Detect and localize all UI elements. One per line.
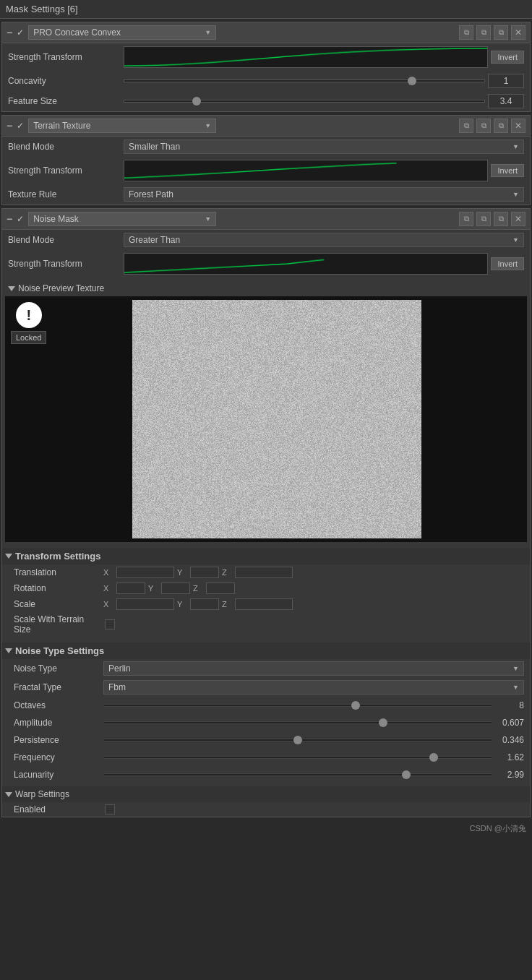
- noise-mask-strength-canvas[interactable]: [124, 253, 488, 275]
- transform-settings-triangle: [5, 554, 12, 559]
- translation-row: Translation X -1.185287 Y 0 Z -1.185287: [2, 564, 530, 580]
- pro-concave-featuresize-input[interactable]: 3.4: [488, 94, 524, 108]
- rotation-y-label: Y: [148, 584, 158, 593]
- noise-preview-section: Noise Preview Texture ! Locked: [2, 278, 530, 545]
- noise-mask-invert-btn[interactable]: Invert: [491, 257, 524, 270]
- terrain-texture-icon-group: ⧉ ⧉ ⧉ ✕: [459, 119, 525, 133]
- frequency-thumb[interactable]: [429, 753, 438, 762]
- pro-concave-concavity-thumb[interactable]: [408, 77, 416, 85]
- noise-mask-blendmode-label: Blend Mode: [8, 235, 124, 245]
- terrain-texture-blendmode-dropdown[interactable]: Smaller Than ▼: [124, 139, 524, 154]
- octaves-thumb[interactable]: [351, 701, 360, 710]
- fractal-type-dropdown[interactable]: Fbm ▼: [103, 680, 524, 695]
- scale-y-label: Y: [177, 600, 187, 609]
- scale-terrain-checkbox[interactable]: [105, 619, 115, 629]
- page-title: Mask Settings [6]: [0, 0, 532, 19]
- rotation-row: Rotation X 0 Y 0 Z 0: [2, 580, 530, 596]
- pro-concave-strength-canvas[interactable]: [124, 46, 488, 68]
- pro-concave-checkbox[interactable]: ✓: [17, 27, 24, 38]
- locked-icon: !: [16, 302, 42, 328]
- transform-settings-toggle[interactable]: Transform Settings: [2, 548, 530, 564]
- noise-preview-toggle[interactable]: Noise Preview Texture: [2, 280, 530, 296]
- warp-settings-triangle: [5, 792, 12, 797]
- noise-mask-close-btn[interactable]: ✕: [511, 212, 525, 226]
- locked-overlay: ! Locked: [11, 302, 46, 344]
- lacunarity-label: Lacunarity: [14, 770, 100, 780]
- pro-concave-featuresize-row: Feature Size 3.4: [2, 91, 530, 111]
- lacunarity-thumb[interactable]: [402, 770, 411, 779]
- pro-concave-concavity-label: Concavity: [8, 76, 124, 86]
- frequency-slider[interactable]: [103, 751, 492, 764]
- noise-type-chevron: ▼: [512, 665, 519, 672]
- warp-settings-toggle[interactable]: Warp Settings: [2, 786, 530, 802]
- noise-type-settings-toggle[interactable]: Noise Type Settings: [2, 642, 530, 659]
- noise-mask-right-icon[interactable]: ⧉: [494, 212, 508, 226]
- warp-settings: Warp Settings Enabled: [2, 786, 530, 817]
- persistence-thumb[interactable]: [293, 736, 302, 744]
- lacunarity-row: Lacunarity 2.99: [2, 766, 530, 783]
- rotation-y-input[interactable]: 0: [161, 583, 190, 594]
- lacunarity-slider[interactable]: [103, 768, 492, 781]
- amplitude-slider[interactable]: [103, 716, 492, 729]
- translation-z-input[interactable]: -1.185287: [235, 567, 293, 578]
- terrain-texture-header: − ✓ Terrain Texture ▼ ⧉ ⧉ ⧉ ✕: [2, 116, 530, 137]
- pro-concave-concavity-slider[interactable]: [124, 74, 485, 88]
- pro-concave-featuresize-slider[interactable]: [124, 94, 485, 108]
- terrain-texture-collapse-btn[interactable]: −: [7, 120, 12, 132]
- scale-x-input[interactable]: 362.9544: [116, 598, 174, 610]
- transform-settings: Transform Settings Translation X -1.1852…: [2, 545, 530, 640]
- noise-mask-left-icon[interactable]: ⧉: [459, 212, 473, 226]
- warp-enabled-label: Enabled: [14, 804, 100, 814]
- terrain-texture-invert-btn[interactable]: Invert: [491, 164, 524, 177]
- terrain-texture-strength-canvas[interactable]: [124, 160, 488, 181]
- noise-type-dropdown[interactable]: Perlin ▼: [103, 661, 524, 676]
- warp-enabled-checkbox[interactable]: [105, 804, 115, 814]
- rotation-z-input[interactable]: 0: [206, 583, 235, 594]
- noise-preview-canvas-area: ! Locked: [5, 296, 527, 542]
- terrain-texture-close-btn[interactable]: ✕: [511, 119, 525, 133]
- scale-y-input[interactable]: 1: [190, 598, 219, 610]
- rotation-z-label: Z: [193, 584, 203, 593]
- noise-mask-blendmode-row: Blend Mode Greater Than ▼: [2, 230, 530, 250]
- pro-concave-featuresize-thumb[interactable]: [192, 97, 201, 106]
- noise-mask-dropdown[interactable]: Noise Mask ▼: [28, 212, 216, 226]
- octaves-slider[interactable]: [103, 699, 492, 712]
- terrain-texture-copy-icon[interactable]: ⧉: [476, 119, 491, 133]
- terrain-texture-texturerule-dropdown[interactable]: Forest Path ▼: [124, 187, 524, 202]
- translation-y-input[interactable]: 0: [190, 567, 219, 578]
- pro-concave-close-btn[interactable]: ✕: [511, 25, 525, 40]
- frequency-row: Frequency 1.62: [2, 749, 530, 766]
- terrain-texture-left-icon[interactable]: ⧉: [459, 119, 473, 133]
- fractal-type-row: Fractal Type Fbm ▼: [2, 678, 530, 697]
- terrain-texture-checkbox[interactable]: ✓: [17, 121, 24, 131]
- noise-mask-copy-icon[interactable]: ⧉: [476, 212, 491, 226]
- noise-mask-collapse-btn[interactable]: −: [7, 213, 12, 225]
- warp-settings-label: Warp Settings: [15, 789, 69, 799]
- pro-concave-copy-icon[interactable]: ⧉: [476, 25, 491, 40]
- pro-concave-dropdown[interactable]: PRO Concave Convex ▼: [28, 25, 216, 40]
- noise-mask-blendmode-value: Greater Than ▼: [124, 233, 524, 247]
- noise-mask-checkbox[interactable]: ✓: [17, 214, 24, 224]
- noise-preview-label: Noise Preview Texture: [18, 283, 104, 293]
- amplitude-thumb[interactable]: [379, 718, 387, 727]
- rotation-x-input[interactable]: 0: [116, 583, 145, 594]
- terrain-texture-rule-chevron: ▼: [512, 191, 519, 198]
- noise-mask-blendmode-dropdown[interactable]: Greater Than ▼: [124, 233, 524, 247]
- scale-z-input[interactable]: 362.9544: [235, 598, 293, 610]
- pro-concave-collapse-btn[interactable]: −: [7, 27, 12, 38]
- persistence-slider[interactable]: [103, 734, 492, 747]
- noise-mask-blend-chevron: ▼: [512, 236, 519, 244]
- terrain-texture-texturerule-label: Texture Rule: [8, 189, 124, 199]
- terrain-texture-blendmode-label: Blend Mode: [8, 142, 124, 152]
- pro-concave-strength-row: Strength Transform Invert: [2, 43, 530, 71]
- pro-concave-right-icon[interactable]: ⧉: [494, 25, 508, 40]
- terrain-texture-chevron: ▼: [205, 122, 211, 129]
- locked-badge: Locked: [11, 331, 46, 344]
- pro-concave-concavity-input[interactable]: 1: [488, 74, 524, 88]
- pro-concave-left-icon[interactable]: ⧉: [459, 25, 473, 40]
- pro-concave-featuresize-value: 3.4: [124, 94, 524, 108]
- pro-concave-invert-btn[interactable]: Invert: [491, 51, 524, 64]
- translation-x-input[interactable]: -1.185287: [116, 567, 174, 578]
- terrain-texture-dropdown[interactable]: Terrain Texture ▼: [28, 119, 216, 133]
- terrain-texture-right-icon[interactable]: ⧉: [494, 119, 508, 133]
